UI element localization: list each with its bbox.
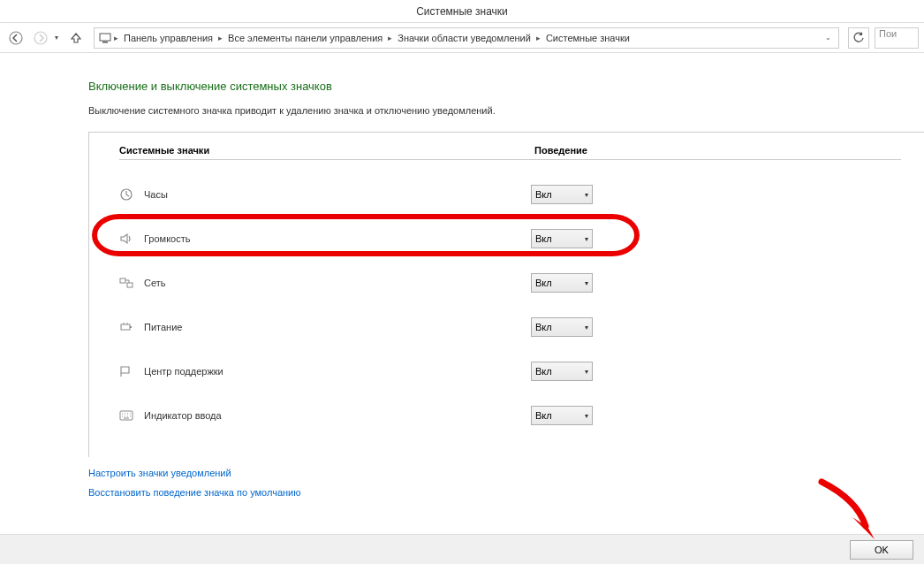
svg-rect-2	[100, 34, 110, 41]
page-heading: Включение и выключение системных значков	[88, 80, 924, 93]
svg-rect-5	[120, 278, 125, 283]
address-dropdown[interactable]: ⌄	[822, 34, 835, 42]
breadcrumb-separator: ▸	[536, 34, 541, 42]
action-center-icon	[119, 364, 144, 378]
column-header-icons: Системные значки	[119, 145, 534, 156]
search-input[interactable]: Пои	[875, 27, 919, 49]
breadcrumb-separator: ▸	[114, 34, 118, 42]
refresh-button[interactable]	[848, 27, 869, 49]
clock-icon	[119, 187, 144, 202]
window-title: Системные значки	[0, 0, 924, 23]
row-label: Громкость	[144, 233, 531, 244]
table-header: Системные значки Поведение	[119, 145, 901, 160]
row-label: Сеть	[144, 278, 531, 288]
behavior-select[interactable]: Вкл▾	[531, 317, 593, 337]
forward-button[interactable]	[30, 27, 51, 49]
svg-rect-3	[102, 42, 108, 43]
row-label: Индикатор ввода	[144, 410, 531, 421]
row-label: Центр поддержки	[144, 366, 531, 377]
breadcrumb-separator: ▸	[218, 34, 223, 42]
volume-icon	[119, 232, 144, 246]
svg-rect-7	[121, 324, 130, 330]
breadcrumb-separator: ▸	[388, 34, 392, 42]
back-button[interactable]	[5, 27, 27, 49]
power-icon	[119, 320, 144, 334]
svg-rect-6	[127, 283, 133, 287]
svg-point-1	[34, 32, 47, 44]
behavior-select[interactable]: Вкл▾	[531, 406, 593, 425]
svg-rect-8	[130, 326, 132, 328]
content-area: Включение и выключение системных значков…	[0, 53, 924, 498]
table-row: Центр поддержки Вкл▾	[119, 349, 901, 393]
behavior-select[interactable]: Вкл▾	[531, 362, 593, 381]
table-row: Громкость Вкл▾	[119, 217, 901, 261]
footer-bar: OK	[0, 534, 924, 564]
breadcrumb-item[interactable]: Все элементы панели управления	[224, 33, 386, 43]
history-dropdown[interactable]: ▾	[55, 34, 58, 42]
table-row: Индикатор ввода Вкл▾	[119, 393, 901, 438]
behavior-select[interactable]: Вкл▾	[531, 185, 593, 204]
table-row: Часы Вкл▾	[119, 172, 901, 217]
breadcrumb-item[interactable]: Значки области уведомлений	[394, 33, 534, 43]
network-icon	[119, 276, 144, 290]
row-label: Часы	[144, 189, 531, 200]
table-row: Питание Вкл▾	[119, 305, 901, 349]
table-row: Сеть Вкл▾	[119, 261, 901, 305]
navigation-bar: ▾ ▸ Панель управления ▸ Все элементы пан…	[0, 23, 924, 53]
settings-panel: Системные значки Поведение Часы Вкл▾ Гро…	[88, 132, 924, 457]
customize-icons-link[interactable]: Настроить значки уведомлений	[88, 468, 924, 478]
links-area: Настроить значки уведомлений Восстановит…	[88, 468, 924, 498]
behavior-select[interactable]: Вкл▾	[531, 273, 593, 293]
up-button[interactable]	[65, 27, 87, 49]
page-subtext: Выключение системного значка приводит к …	[88, 105, 924, 116]
row-label: Питание	[144, 322, 531, 332]
breadcrumb-item[interactable]: Системные значки	[542, 33, 633, 43]
svg-point-0	[10, 32, 22, 44]
column-header-behavior: Поведение	[534, 145, 587, 156]
input-indicator-icon	[119, 410, 144, 421]
address-bar[interactable]: ▸ Панель управления ▸ Все элементы панел…	[94, 27, 839, 49]
ok-button[interactable]: OK	[850, 540, 913, 560]
breadcrumb-item[interactable]: Панель управления	[120, 33, 216, 43]
behavior-select[interactable]: Вкл▾	[531, 229, 593, 248]
control-panel-icon	[98, 31, 112, 45]
restore-default-link[interactable]: Восстановить поведение значка по умолчан…	[88, 487, 924, 498]
